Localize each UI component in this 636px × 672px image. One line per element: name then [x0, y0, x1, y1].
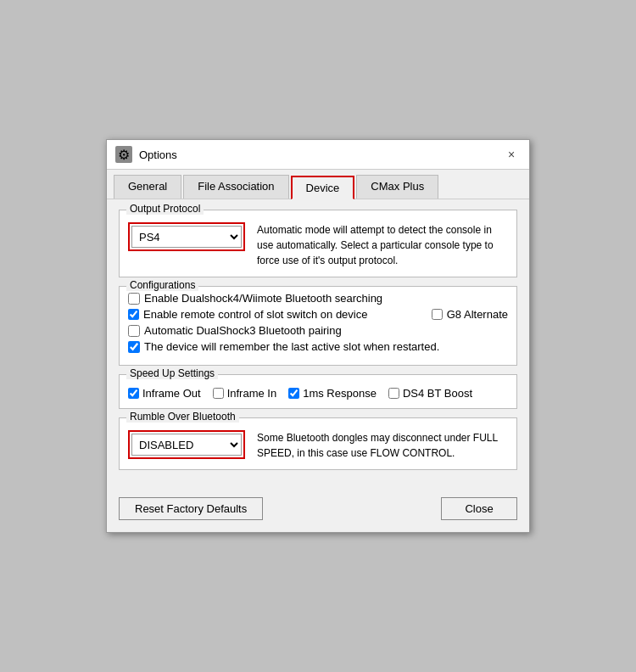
tab-device[interactable]: Device — [291, 176, 355, 199]
checkbox-dualshock3-pairing[interactable] — [128, 325, 140, 337]
rumble-title: Rumble Over Bluetooth — [126, 411, 239, 423]
protocol-select-wrap: Automatic PS4 PS3 Xbox 360 Xbox One — [128, 222, 245, 251]
checkbox-remote-slot[interactable] — [128, 309, 139, 320]
config-row-remember-slot: The device will remember the last active… — [128, 340, 508, 353]
options-dialog: ⚙ Options × General File Association Dev… — [106, 139, 530, 533]
speed-up-section: Speed Up Settings Inframe Out Inframe In… — [119, 374, 517, 409]
checkbox-1ms-response[interactable] — [288, 388, 299, 399]
gear-icon: ⚙ — [118, 147, 130, 163]
close-button[interactable]: Close — [441, 497, 517, 520]
window-close-button[interactable]: × — [502, 145, 521, 164]
protocol-select[interactable]: Automatic PS4 PS3 Xbox 360 Xbox One — [131, 226, 242, 248]
label-inframe-in: Inframe In — [227, 387, 277, 400]
checkbox-dualshock4-bluetooth[interactable] — [128, 293, 140, 305]
tab-content: Output Protocol Automatic PS4 PS3 Xbox 3… — [107, 199, 529, 489]
label-dualshock3-pairing: Automatic DualShock3 Bluetooth pairing — [144, 324, 342, 337]
label-g8-alternate: G8 Alternate — [447, 308, 508, 321]
label-1ms-response: 1ms Response — [303, 387, 377, 400]
configurations-section: Configurations Enable Dualshock4/Wiimote… — [119, 286, 517, 366]
tab-general[interactable]: General — [114, 175, 181, 199]
output-protocol-title: Output Protocol — [126, 203, 204, 215]
config-row-ds3-pairing: Automatic DualShock3 Bluetooth pairing — [128, 324, 508, 337]
rumble-description: Some Bluetooth dongles may disconnect un… — [257, 430, 508, 461]
tab-bar: General File Association Device CMax Plu… — [107, 170, 529, 199]
reset-factory-defaults-button[interactable]: Reset Factory Defaults — [119, 497, 263, 520]
label-inframe-out: Inframe Out — [142, 387, 201, 400]
label-remember-slot: The device will remember the last active… — [144, 340, 439, 353]
speed-item-ds4-bt-boost: DS4 BT Boost — [388, 387, 472, 400]
output-protocol-row: Automatic PS4 PS3 Xbox 360 Xbox One Auto… — [128, 217, 508, 268]
speed-up-title: Speed Up Settings — [126, 367, 218, 379]
tab-file-association[interactable]: File Association — [183, 175, 288, 199]
label-remote-slot: Enable remote control of slot switch on … — [143, 308, 367, 321]
rumble-section: Rumble Over Bluetooth DISABLED ENABLED F… — [119, 417, 517, 470]
speed-up-row: Inframe Out Inframe In 1ms Response DS4 … — [128, 382, 508, 400]
rumble-select-wrap: DISABLED ENABLED FLOW CONTROL — [128, 430, 245, 459]
rumble-row: DISABLED ENABLED FLOW CONTROL Some Bluet… — [128, 425, 508, 461]
window-title: Options — [139, 148, 177, 161]
checkbox-inframe-out[interactable] — [128, 388, 139, 399]
protocol-description: Automatic mode will attempt to detect th… — [257, 222, 508, 268]
speed-item-inframe-out: Inframe Out — [128, 387, 201, 400]
label-dualshock4-bluetooth: Enable Dualshock4/Wiimote Bluetooth sear… — [144, 292, 382, 305]
config-row-dualshock4-bluetooth: Enable Dualshock4/Wiimote Bluetooth sear… — [128, 292, 508, 305]
checkbox-ds4-bt-boost[interactable] — [388, 388, 399, 399]
speed-item-1ms-response: 1ms Response — [288, 387, 377, 400]
label-ds4-bt-boost: DS4 BT Boost — [403, 387, 472, 400]
checkbox-g8-alternate[interactable] — [432, 309, 443, 320]
title-bar-left: ⚙ Options — [115, 146, 177, 163]
bottom-bar: Reset Factory Defaults Close — [107, 489, 529, 532]
checkbox-remember-slot[interactable] — [128, 341, 140, 353]
config-row-remote-slot: Enable remote control of slot switch on … — [128, 308, 508, 321]
title-bar: ⚙ Options × — [107, 140, 529, 170]
output-protocol-section: Output Protocol Automatic PS4 PS3 Xbox 3… — [119, 210, 517, 277]
tab-cmax-plus[interactable]: CMax Plus — [356, 175, 438, 199]
checkbox-inframe-in[interactable] — [213, 388, 224, 399]
rumble-select[interactable]: DISABLED ENABLED FLOW CONTROL — [131, 434, 242, 456]
app-icon: ⚙ — [115, 146, 132, 163]
configurations-title: Configurations — [126, 279, 198, 291]
speed-item-inframe-in: Inframe In — [213, 387, 277, 400]
